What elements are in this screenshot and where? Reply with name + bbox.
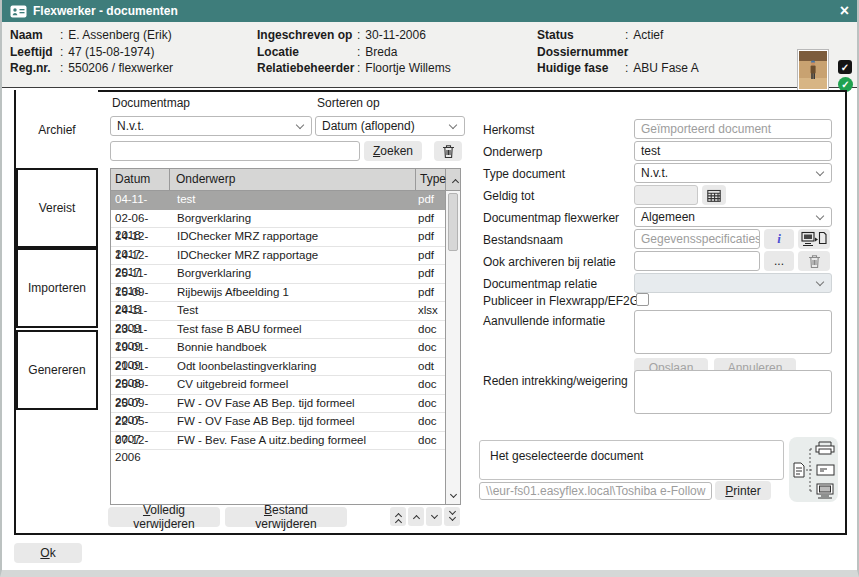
calendar-icon	[707, 189, 721, 202]
separator: :	[60, 46, 63, 59]
table-row[interactable]: 25-09-2007CV uitgebreid formeeldoc	[111, 376, 445, 395]
field-value: 550206 / flexwerker	[68, 62, 173, 75]
documentmap-flexwerker-select[interactable]: Algemeen	[634, 207, 832, 227]
sort-select[interactable]: Datum (aflopend)	[315, 116, 465, 136]
field-value: E. Assenberg (Erik)	[68, 29, 171, 42]
table-cell: IDChecker MRZ rapportage	[170, 247, 415, 265]
person-info-header: Naam:E. Assenberg (Erik) Leeftijd:47 (15…	[2, 22, 857, 88]
aanvullende-informatie-textarea[interactable]	[634, 310, 832, 354]
open-file-button[interactable]	[798, 229, 830, 249]
trash-icon	[442, 144, 455, 159]
move-down-button[interactable]	[426, 507, 442, 526]
field-value: 47 (15-08-1974)	[68, 46, 154, 59]
selected-document-box: Het geselecteerde document	[479, 440, 784, 480]
chevron-up-icon	[412, 514, 419, 521]
separator: :	[357, 46, 360, 59]
ook-archiveren-field[interactable]	[634, 251, 760, 271]
ook-archiveren-label: Ook archiveren bij relatie	[483, 255, 616, 269]
herkomst-field: Geïmporteerd document	[634, 119, 832, 139]
chevron-down-icon	[816, 168, 824, 176]
header-column-registration: Ingeschreven op:30-11-2006 Locatie:Breda…	[257, 29, 451, 75]
table-cell: pdf	[415, 191, 445, 209]
documentmap-select[interactable]: N.v.t.	[110, 116, 312, 136]
table-cell: Borgverklaring	[170, 265, 415, 283]
onderwerp-field[interactable]: test	[634, 141, 832, 161]
table-cell: FW - Bev. Fase A uitz.beding formeel	[170, 432, 415, 450]
field-value: Actief	[633, 29, 663, 42]
table-row[interactable]: 24-11-2009Testxlsx	[111, 302, 445, 321]
publiceer-checkbox[interactable]	[636, 293, 649, 306]
publiceer-label: Publiceer in Flexwrapp/EF2GO	[483, 294, 648, 308]
scroll-up-button[interactable]	[446, 169, 460, 190]
tab-label: Importeren	[28, 281, 86, 295]
titlebar: Flexwerker - documenten ×	[2, 0, 857, 22]
table-row[interactable]: 02-06-2018Borgverklaringpdf	[111, 210, 445, 229]
table-row[interactable]: 19-01-2009Bonnie handboekdoc	[111, 339, 445, 358]
table-row[interactable]: 14-12-2017IDChecker MRZ rapportagepdf	[111, 228, 445, 247]
table-row[interactable]: 07-12-2006FW - Bev. Fase A uitz.beding f…	[111, 432, 445, 451]
separator: :	[357, 62, 360, 75]
field-label: Leeftijd	[10, 46, 60, 59]
search-button[interactable]: Zoeken	[364, 141, 422, 161]
calendar-button[interactable]	[702, 185, 726, 205]
separator: :	[357, 29, 360, 42]
table-cell: pdf	[415, 247, 445, 265]
herkomst-label: Herkomst	[483, 123, 534, 137]
table-scrollbar[interactable]	[445, 191, 460, 504]
table-row[interactable]: 25-09-2007FW - OV Fase AB Bep. tijd form…	[111, 395, 445, 414]
tab-vereist[interactable]: Vereist	[16, 168, 98, 248]
chevron-down-icon	[449, 491, 456, 498]
table-cell: 07-12-2006	[111, 432, 170, 450]
document-destinations-graphic[interactable]	[789, 437, 838, 502]
table-row[interactable]: 21-01-2008Odt loonbelastingverklaringodt	[111, 358, 445, 377]
file-info-button[interactable]: i	[764, 229, 794, 249]
field-label: Ingeschreven op	[257, 29, 357, 42]
aanvullende-informatie-label: Aanvullende informatie	[483, 314, 605, 328]
double-chevron-down-icon	[448, 513, 455, 520]
field-label: Naam	[10, 29, 60, 42]
printer-button[interactable]: Printer	[715, 481, 771, 500]
search-input[interactable]	[110, 141, 360, 161]
delete-file-button[interactable]: Bestand verwijderen	[225, 507, 347, 527]
ok-button[interactable]: Ok	[14, 543, 82, 563]
tab-genereren[interactable]: Genereren	[16, 330, 98, 410]
header-checkbox-checked[interactable]: ✓	[838, 60, 852, 74]
scrollbar-thumb[interactable]	[448, 193, 458, 251]
chevron-down-icon	[296, 121, 304, 129]
column-header-onderwerp[interactable]: Onderwerp	[170, 169, 416, 190]
table-row[interactable]: 14-12-2017IDChecker MRZ rapportagepdf	[111, 247, 445, 266]
table-cell: 25-09-2007	[111, 376, 170, 394]
table-row[interactable]: 22-05-2007FW - OV Fase AB Bep. tijd form…	[111, 413, 445, 432]
tab-importeren[interactable]: Importeren	[16, 248, 98, 328]
column-header-datum[interactable]: Datum	[111, 169, 170, 190]
delete-full-button[interactable]: Volledig verwijderen	[108, 507, 220, 527]
tab-archief[interactable]: Archief	[16, 90, 98, 170]
scroll-down-button[interactable]	[446, 488, 460, 504]
table-cell: 23-11-2009	[111, 321, 170, 339]
move-bottom-button[interactable]	[444, 507, 460, 526]
table-cell: odt	[415, 358, 445, 376]
separator: :	[60, 62, 63, 75]
move-top-button[interactable]	[390, 507, 406, 526]
person-photo[interactable]	[797, 49, 829, 91]
double-chevron-up-icon	[394, 518, 401, 525]
move-up-button[interactable]	[408, 507, 424, 526]
reden-label: Reden intrekking/weigering	[483, 374, 628, 388]
column-header-type[interactable]: Type	[416, 169, 446, 190]
documentmap-label: Documentmap	[112, 96, 190, 110]
clear-search-button[interactable]	[434, 141, 462, 161]
type-document-select[interactable]: N.v.t.	[634, 163, 832, 183]
reden-textarea[interactable]	[634, 370, 832, 414]
table-row[interactable]: 04-11-2020testpdf	[111, 191, 445, 210]
chevron-down-icon	[449, 121, 457, 129]
documentmap-flexwerker-label: Documentmap flexwerker	[483, 211, 619, 225]
field-value: ABU Fase A	[633, 62, 698, 75]
relatie-browse-button[interactable]: ...	[764, 251, 794, 271]
close-icon[interactable]: ×	[840, 3, 849, 19]
table-cell: doc	[415, 413, 445, 431]
table-row[interactable]: 25-11-2016Borgverklaringpdf	[111, 265, 445, 284]
table-row[interactable]: 15-09-2015Rijbewijs Afbeelding 1pdf	[111, 284, 445, 303]
document-table: Datum Onderwerp Type 04-11-2020testpdf02…	[110, 168, 461, 505]
relatie-clear-button[interactable]	[798, 251, 830, 271]
table-row[interactable]: 23-11-2009Test fase B ABU formeeldoc	[111, 321, 445, 340]
